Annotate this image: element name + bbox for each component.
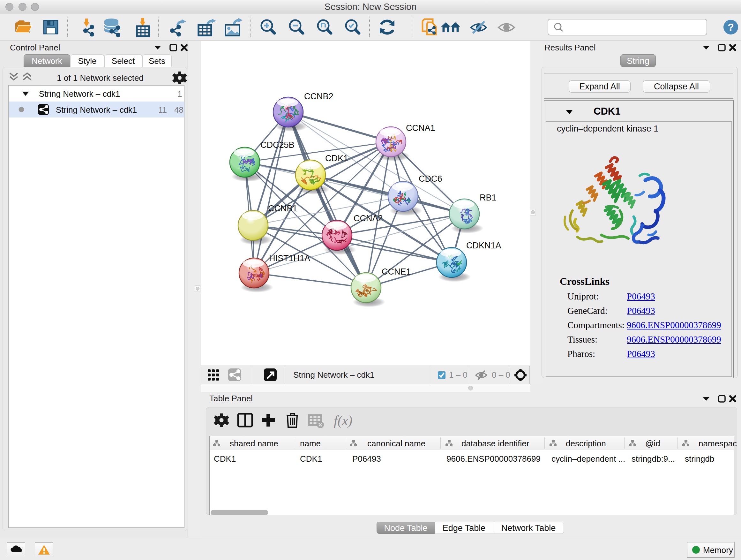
svg-text:f(x): f(x) [334, 413, 352, 428]
svg-text:CDC6: CDC6 [419, 174, 442, 184]
svg-text:CDKN1A: CDKN1A [466, 241, 501, 250]
svg-text:CCNB2: CCNB2 [304, 91, 333, 101]
svg-text:CCNE1: CCNE1 [382, 267, 411, 276]
svg-text:CDK1: CDK1 [325, 153, 348, 163]
svg-text:CCNA2: CCNA2 [354, 213, 383, 223]
svg-text:RB1: RB1 [480, 193, 496, 202]
svg-text:CCNB1: CCNB1 [268, 204, 297, 213]
svg-text:HIST1H1A: HIST1H1A [269, 253, 310, 263]
svg-text:CDC25B: CDC25B [260, 140, 294, 150]
svg-text:CCNA1: CCNA1 [406, 123, 435, 133]
